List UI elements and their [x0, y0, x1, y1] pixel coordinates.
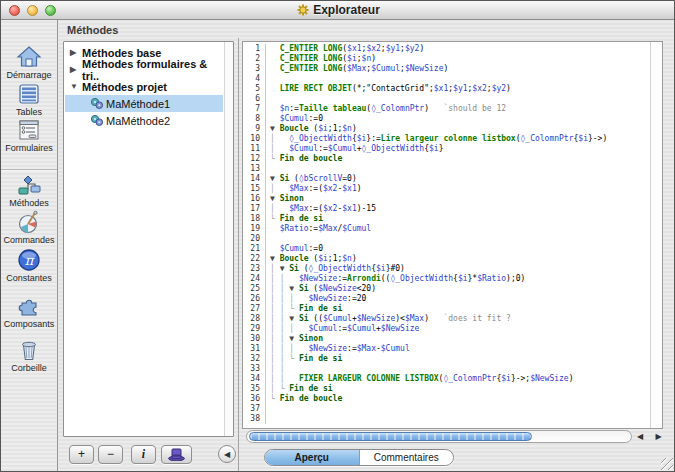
disclosure-collapsed-icon[interactable]: ▶: [70, 65, 82, 74]
sidebar-item-corbeille[interactable]: Corbeille: [1, 338, 57, 373]
tree-method-row[interactable]: MaMéthode2: [65, 112, 223, 129]
code-line[interactable]: 16▼ Sinon: [243, 194, 607, 204]
preview-hat-button[interactable]: [161, 445, 192, 464]
code-line[interactable]: 24│ │ $NewSize:=Arrondi((◊_ObjectWidth{$…: [243, 274, 607, 284]
fold-triangle-icon[interactable]: ▼: [289, 284, 299, 293]
tab-apercu[interactable]: Aperçu: [265, 450, 359, 465]
info-button[interactable]: i: [131, 445, 156, 464]
sidebar-item-demarrage[interactable]: Démarrage: [1, 45, 57, 80]
code-line[interactable]: 14▼ Si (◊bScrollV=0): [243, 174, 607, 184]
code-line[interactable]: 29│ │ │ $Cumul:=$Cumul+$NewSize: [243, 324, 607, 334]
title-bar[interactable]: Explorateur: [1, 1, 675, 20]
line-number: 12: [243, 154, 266, 164]
editor-horizontal-scrollbar[interactable]: [246, 430, 632, 443]
code-line[interactable]: 35│ └ Fin de si: [243, 384, 607, 394]
sidebar-item-tables[interactable]: Tables: [1, 82, 57, 117]
resize-grip[interactable]: [661, 458, 673, 470]
scrollbar-arrows[interactable]: ◀ ▶: [637, 432, 667, 441]
code-line[interactable]: 30│ │ ▼ Sinon: [243, 334, 607, 344]
code-line[interactable]: 34│ │ FIXER LARGEUR COLONNE LISTBOX(◊_Co…: [243, 374, 607, 384]
sidebar-item-methodes[interactable]: Méthodes: [1, 173, 57, 208]
editor-vertical-scrollbar[interactable]: [650, 42, 662, 428]
code-segment: Boucle: [280, 254, 314, 263]
fold-triangle-icon[interactable]: ▼: [270, 174, 280, 183]
code-line[interactable]: 21 $Cumul:=0: [243, 244, 607, 254]
code-line[interactable]: 12└ Fin de boucle: [243, 154, 607, 164]
code-segment: Si: [299, 284, 313, 293]
code-line[interactable]: 13: [243, 164, 607, 174]
code-line[interactable]: 25│ │ ▼ Si ($NewSize<20): [243, 284, 607, 294]
code-editor[interactable]: 1 C_ENTIER LONG($x1;$x2;$y1;$y2)2 C_ENTI…: [242, 41, 663, 429]
code-line[interactable]: 27│ │ └ Fin de si: [243, 304, 607, 314]
collapse-back-button[interactable]: ◀: [218, 445, 236, 463]
fold-triangle-icon[interactable]: ▼: [270, 124, 280, 133]
code-line[interactable]: 28│ │ ▼ Si (($Cumul+$NewSize)<$Max) `doe…: [243, 314, 607, 324]
code-segment: │ └: [270, 384, 289, 393]
tree-vertical-scrollbar[interactable]: [224, 42, 233, 436]
code-segment: :=(: [309, 184, 323, 193]
fold-triangle-icon[interactable]: ▼: [289, 334, 299, 343]
code-segment: $x2: [323, 204, 337, 213]
code-line[interactable]: 32│ │ └ Fin de si: [243, 354, 607, 364]
code-line[interactable]: 9▼ Boucle ($i;1;$n): [243, 124, 607, 134]
sidebar-item-constantes[interactable]: πConstantes: [1, 248, 57, 283]
tab-commentaires[interactable]: Commentaires: [359, 450, 454, 465]
code-line[interactable]: 17│ $Max:=($x2-$x1)-15: [243, 204, 607, 214]
sidebar-item-commandes[interactable]: Commandes: [1, 210, 57, 245]
code-line[interactable]: 22▼ Boucle ($i;1;$n): [243, 254, 607, 264]
code-line[interactable]: 15│ $Max:=($x2-$x1): [243, 184, 607, 194]
code-line[interactable]: 38: [243, 414, 607, 424]
fold-triangle-icon[interactable]: ▼: [270, 254, 280, 263]
code-segment: ): [352, 254, 357, 263]
sidebar-item-formulaires[interactable]: Formulaires: [1, 118, 57, 153]
code-line[interactable]: 20: [243, 234, 607, 244]
code-line[interactable]: 6: [243, 94, 607, 104]
code-segment: $i: [357, 134, 367, 143]
code-line[interactable]: 7 $n:=Taille tableau(◊_ColomnPtr) `shoul…: [243, 104, 607, 114]
code-line[interactable]: 33│ │: [243, 364, 607, 374]
code-line[interactable]: 31│ │ │ $NewSize:=$Max-$Cumul: [243, 344, 607, 354]
zoom-button[interactable]: [45, 5, 56, 16]
disclosure-expanded-icon[interactable]: ▼: [70, 82, 82, 91]
fold-triangle-icon[interactable]: ▼: [280, 264, 290, 273]
code-line[interactable]: 10│ ◊_ObjectWidth{$i}:=Lire largeur colo…: [243, 134, 607, 144]
sidebar-item-composants[interactable]: Composants: [1, 294, 57, 329]
code-line[interactable]: 8 $Cumul:=0: [243, 114, 607, 124]
minimize-button[interactable]: [27, 5, 38, 16]
code-line[interactable]: 2 C_ENTIER LONG($i;$n): [243, 54, 607, 64]
code-segment: ): [569, 374, 574, 383]
code-line[interactable]: 19 $Ratio:=$Max/$Cumul: [243, 224, 607, 234]
code-line[interactable]: 4: [243, 74, 607, 84]
code-segment: $i: [376, 264, 386, 273]
code-line[interactable]: 11│ $Cumul:=$Cumul+◊_ObjectWidth{$i}: [243, 144, 607, 154]
tree-group-row[interactable]: ▶Méthodes formulaires & tri..: [65, 61, 223, 78]
scrollbar-thumb[interactable]: [249, 432, 532, 441]
code-line[interactable]: 3 C_ENTIER LONG($Max;$Cumul;$NewSize): [243, 64, 607, 74]
code-line[interactable]: 1 C_ENTIER LONG($x1;$x2;$y1;$y2): [243, 44, 607, 54]
method-tree-panel[interactable]: ▶Méthodes base▶Méthodes formulaires & tr…: [63, 41, 234, 437]
code-segment: $Cumul: [347, 324, 376, 333]
code-line[interactable]: 37: [243, 404, 607, 414]
code-segment: ): [419, 44, 424, 53]
code-segment: $x1: [342, 204, 356, 213]
code-segment: :=: [289, 104, 299, 113]
code-segment: $Ratio: [477, 274, 506, 283]
code-line[interactable]: 18└ Fin de si: [243, 214, 607, 224]
code-segment: Fin de si: [289, 384, 332, 393]
remove-button[interactable]: −: [98, 445, 123, 464]
code-segment: C_ENTIER LONG: [280, 64, 343, 73]
close-button[interactable]: [9, 5, 20, 16]
tree-method-row[interactable]: MaMéthode1: [65, 95, 223, 112]
code-segment: ◊_ObjectWidth: [390, 274, 453, 283]
fold-triangle-icon[interactable]: ▼: [270, 194, 280, 203]
line-number: 20: [243, 234, 266, 244]
disclosure-collapsed-icon[interactable]: ▶: [70, 48, 82, 57]
code-segment: $x1: [347, 44, 361, 53]
add-button[interactable]: +: [69, 445, 94, 464]
code-segment: $x1: [342, 184, 356, 193]
code-line[interactable]: 36└ Fin de boucle: [243, 394, 607, 404]
code-line[interactable]: 23│ ▼ Si (◊_ObjectWidth{$i}#0): [243, 264, 607, 274]
fold-triangle-icon[interactable]: ▼: [289, 314, 299, 323]
code-line[interactable]: 26│ │ │ $NewSize:=20: [243, 294, 607, 304]
code-line[interactable]: 5 LIRE RECT OBJET(*;"ContactGrid";$x1;$y…: [243, 84, 607, 94]
